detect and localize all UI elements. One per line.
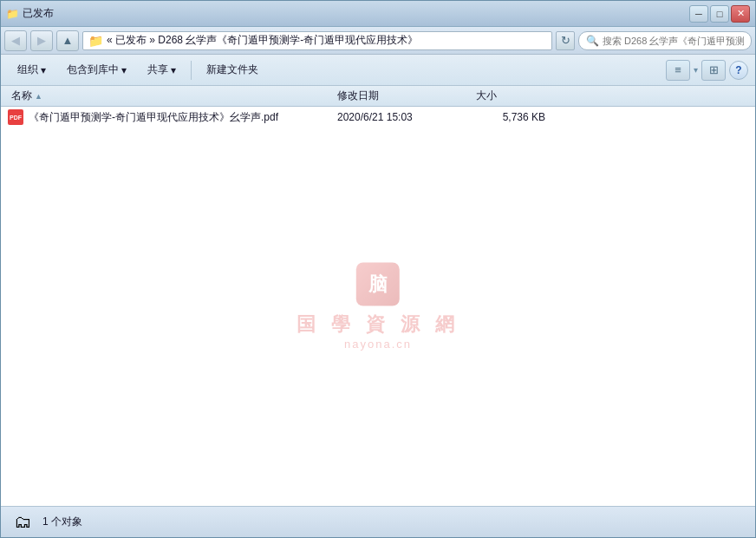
- organize-button[interactable]: 组织 ▾: [8, 58, 55, 82]
- window-controls: ─ □ ✕: [689, 5, 750, 23]
- include-library-button[interactable]: 包含到库中 ▾: [57, 58, 136, 82]
- watermark-logo-char: 脑: [368, 272, 388, 298]
- folder-icon: 📁: [88, 34, 103, 48]
- column-headers: 名称 ▲ 修改日期 大小: [1, 86, 755, 107]
- refresh-button[interactable]: ↻: [556, 31, 575, 50]
- search-icon: 🔍: [586, 35, 599, 47]
- view-toggle-button[interactable]: ≡: [666, 60, 690, 81]
- address-bar: ◀ ▶ ▲ 📁 « 已发布 » D268 幺学声《奇门遁甲预测学-奇门遁甲现代应…: [1, 27, 755, 55]
- file-list-area: 脑 国 學 資 源 網 nayona.cn PDF 《奇门遁甲预测学-奇门遁甲现…: [1, 107, 755, 506]
- file-name-text: 《奇门遁甲预测学-奇门遁甲现代应用技术》幺学声.pdf: [29, 110, 278, 125]
- new-folder-button[interactable]: 新建文件夹: [197, 58, 268, 82]
- pdf-icon: PDF: [8, 109, 23, 125]
- toolbar: 组织 ▾ 包含到库中 ▾ 共享 ▾ 新建文件夹 ≡ ▾ ⊞ ?: [1, 55, 755, 86]
- search-input[interactable]: [603, 36, 744, 46]
- table-row[interactable]: PDF 《奇门遁甲预测学-奇门遁甲现代应用技术》幺学声.pdf 2020/6/2…: [1, 107, 755, 128]
- watermark: 脑 国 學 資 源 網 nayona.cn: [297, 263, 459, 351]
- help-button[interactable]: ?: [729, 61, 748, 80]
- status-count-text: 1 个对象: [42, 515, 82, 529]
- title-bar-text: 已发布: [23, 6, 54, 21]
- share-label: 共享: [147, 62, 168, 77]
- share-button[interactable]: 共享 ▾: [138, 58, 186, 82]
- maximize-button[interactable]: □: [710, 5, 729, 23]
- status-bar: 🗂 1 个对象: [1, 506, 755, 537]
- back-button[interactable]: ◀: [4, 30, 27, 51]
- explorer-window: 📁 已发布 ─ □ ✕ ◀ ▶ ▲ 📁 « 已发布 » D268 幺学声《奇门遁…: [0, 0, 756, 538]
- minimize-button[interactable]: ─: [689, 5, 708, 23]
- folder-icon: 🗂: [14, 512, 31, 532]
- close-button[interactable]: ✕: [731, 5, 750, 23]
- view-options: ≡ ▾ ⊞ ?: [666, 60, 748, 81]
- column-date-header[interactable]: 修改日期: [337, 89, 476, 103]
- forward-button[interactable]: ▶: [30, 30, 53, 51]
- title-bar: 📁 已发布 ─ □ ✕: [1, 1, 755, 27]
- share-dropdown-icon: ▾: [171, 64, 176, 76]
- include-library-label: 包含到库中: [67, 62, 119, 77]
- window-icon: 📁: [6, 8, 19, 20]
- watermark-main-text: 国 學 資 源 網: [297, 312, 459, 338]
- search-box[interactable]: 🔍: [578, 31, 752, 50]
- address-path[interactable]: 📁 « 已发布 » D268 幺学声《奇门遁甲预测学-奇门遁甲现代应用技术》: [82, 31, 552, 50]
- up-button[interactable]: ▲: [56, 30, 79, 51]
- file-date-cell: 2020/6/21 15:03: [337, 111, 476, 123]
- column-size-header[interactable]: 大小: [476, 89, 563, 103]
- file-size-cell: 5,736 KB: [476, 111, 563, 123]
- view-large-icons-button[interactable]: ⊞: [701, 60, 726, 81]
- watermark-url-text: nayona.cn: [344, 338, 412, 351]
- watermark-logo: 脑: [356, 263, 400, 306]
- column-name-header[interactable]: 名称 ▲: [8, 89, 337, 103]
- sort-arrow-icon: ▲: [35, 92, 42, 101]
- include-library-dropdown-icon: ▾: [121, 64, 127, 76]
- organize-dropdown-icon: ▾: [41, 64, 46, 76]
- file-name-cell: PDF 《奇门遁甲预测学-奇门遁甲现代应用技术》幺学声.pdf: [8, 109, 337, 125]
- new-folder-label: 新建文件夹: [206, 62, 258, 77]
- toolbar-separator: [191, 61, 192, 80]
- title-bar-left: 📁 已发布: [6, 6, 54, 21]
- organize-label: 组织: [17, 62, 38, 77]
- status-folder-icon: 🗂: [11, 513, 34, 532]
- view-dropdown-icon: ▾: [694, 65, 698, 75]
- address-text: « 已发布 » D268 幺学声《奇门遁甲预测学-奇门遁甲现代应用技术》: [107, 33, 418, 48]
